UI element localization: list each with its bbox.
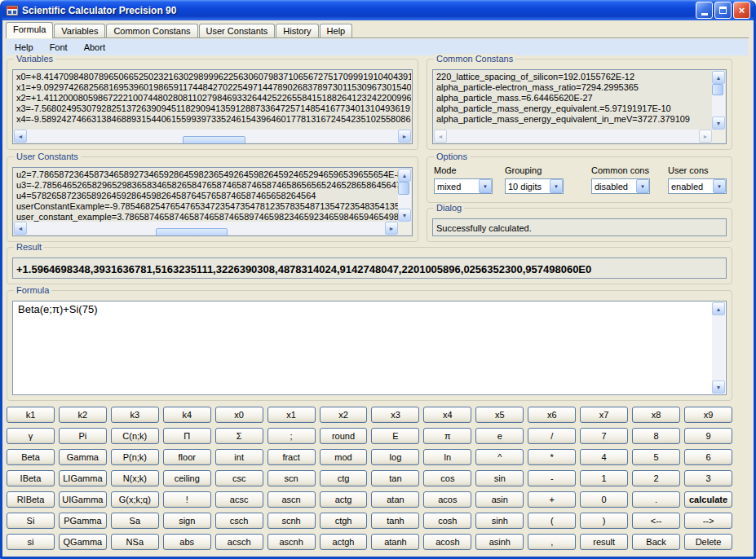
key-ctg[interactable]: ctg <box>320 470 368 486</box>
key-x9[interactable]: x9 <box>684 407 732 423</box>
scroll-down-icon[interactable]: ▼ <box>398 209 411 222</box>
option-grouping-combobox[interactable]: 10 digits▼ <box>505 178 564 194</box>
dropdown-arrow-icon[interactable]: ▼ <box>636 179 649 193</box>
close-button[interactable]: × <box>733 2 750 19</box>
key-add[interactable]: + <box>528 491 576 508</box>
scrollbar-thumb[interactable] <box>183 136 245 144</box>
key-log[interactable]: log <box>371 449 419 465</box>
key-ligamma[interactable]: LIGamma <box>59 470 107 486</box>
key-x2[interactable]: x2 <box>320 407 368 423</box>
scroll-up-icon[interactable]: ▲ <box>712 302 725 315</box>
key-csc[interactable]: csc <box>215 470 263 486</box>
key-sinh[interactable]: sinh <box>475 513 524 529</box>
variables-textbox[interactable]: x0=+8.4147098480789650665250232163029899… <box>12 69 413 144</box>
key-int[interactable]: int <box>215 449 263 465</box>
formula-textbox[interactable]: Beta(e;π)+Si(75) ▲ ▼ <box>12 301 727 395</box>
key-1[interactable]: 1 <box>580 470 628 486</box>
common-constants-vscrollbar[interactable]: ▲ ▼ <box>712 71 725 130</box>
scroll-left-icon[interactable]: ◄ <box>14 222 27 235</box>
tab-help[interactable]: Help <box>320 24 353 37</box>
key-si[interactable]: Si <box>7 513 55 529</box>
key-c-n-k[interactable]: C(n;k) <box>111 428 159 444</box>
key-decimal-point[interactable]: . <box>632 491 680 508</box>
key-factorial[interactable]: ! <box>163 491 211 508</box>
key-acsch[interactable]: acsch <box>215 534 263 550</box>
key-scn[interactable]: scn <box>267 470 316 486</box>
key-power[interactable]: ^ <box>475 449 524 465</box>
key-open-paren[interactable]: ( <box>528 513 576 529</box>
tab-common-constans[interactable]: Common Constans <box>106 24 197 37</box>
key-8[interactable]: 8 <box>632 428 680 444</box>
key-x7[interactable]: x7 <box>580 407 628 423</box>
key-divide[interactable]: / <box>528 428 576 444</box>
scroll-up-icon[interactable]: ▲ <box>398 169 411 182</box>
key-arrow-left[interactable]: <-- <box>632 513 680 529</box>
key-cosh[interactable]: cosh <box>423 513 471 529</box>
key-gamma[interactable]: Gamma <box>59 449 107 465</box>
key-x3[interactable]: x3 <box>371 407 419 423</box>
key-comma[interactable]: , <box>528 534 576 550</box>
scroll-left-icon[interactable]: ◄ <box>14 130 27 143</box>
tab-history[interactable]: History <box>276 24 318 37</box>
key-delete[interactable]: Delete <box>684 534 732 550</box>
key-k3[interactable]: k3 <box>111 407 159 423</box>
scrollbar-track[interactable] <box>712 84 725 117</box>
tab-variables[interactable]: Variables <box>54 24 105 37</box>
key-atan[interactable]: atan <box>371 491 419 508</box>
key-csch[interactable]: csch <box>215 513 263 529</box>
key-asin[interactable]: asin <box>475 491 524 508</box>
formula-input[interactable]: Beta(e;π)+Si(75) <box>14 302 712 394</box>
key-actgh[interactable]: actgh <box>320 534 368 550</box>
key-x6[interactable]: x6 <box>528 407 576 423</box>
key-sign[interactable]: sign <box>163 513 211 529</box>
scrollbar-thumb[interactable] <box>156 228 228 236</box>
dropdown-arrow-icon[interactable]: ▼ <box>479 179 492 193</box>
key-uigamma[interactable]: UIGamma <box>59 491 107 508</box>
key-semicolon[interactable]: ; <box>267 428 316 444</box>
user-constants-vscrollbar[interactable]: ▲ ▼ <box>398 169 411 222</box>
key-ibeta[interactable]: IBeta <box>7 470 55 486</box>
scroll-right-icon[interactable]: ► <box>699 130 712 143</box>
key-floor[interactable]: floor <box>163 449 211 465</box>
scroll-down-icon[interactable]: ▼ <box>712 117 725 130</box>
key-nsa[interactable]: NSa <box>111 534 159 550</box>
key-x8[interactable]: x8 <box>632 407 680 423</box>
key-result[interactable]: result <box>580 534 628 550</box>
option-mode-combobox[interactable]: mixed▼ <box>434 178 493 194</box>
common-constants-textbox[interactable]: 220_lattice_spacing_of_silicon=192.01557… <box>432 69 727 144</box>
key-e[interactable]: E <box>371 428 419 444</box>
tab-user-constants[interactable]: User Constants <box>199 24 276 37</box>
key-product-pi[interactable]: Π <box>163 428 211 444</box>
key-multiply[interactable]: * <box>528 449 576 465</box>
key-ln[interactable]: ln <box>423 449 471 465</box>
key-pi[interactable]: π <box>423 428 471 444</box>
key-sa[interactable]: Sa <box>111 513 159 529</box>
key-fract[interactable]: fract <box>267 449 316 465</box>
key-3[interactable]: 3 <box>684 470 732 486</box>
scrollbar-track[interactable] <box>398 182 411 209</box>
dropdown-arrow-icon[interactable]: ▼ <box>550 179 563 193</box>
key-sigma-sum[interactable]: Σ <box>215 428 263 444</box>
option-user-cons-combobox[interactable]: enabled▼ <box>668 178 727 194</box>
key-mod[interactable]: mod <box>320 449 368 465</box>
key-2[interactable]: 2 <box>632 470 680 486</box>
key-beta[interactable]: Beta <box>7 449 55 465</box>
key-tanh[interactable]: tanh <box>371 513 419 529</box>
key-0[interactable]: 0 <box>580 491 628 508</box>
key-ascn[interactable]: ascn <box>267 491 316 508</box>
key-p-n-k[interactable]: P(n;k) <box>111 449 159 465</box>
key-cos[interactable]: cos <box>423 470 471 486</box>
menu-font[interactable]: Font <box>42 40 76 55</box>
formula-vscrollbar[interactable]: ▲ ▼ <box>712 302 725 394</box>
key-sin[interactable]: sin <box>475 470 524 486</box>
key-g-x-k-q[interactable]: G(x;k;q) <box>111 491 159 508</box>
menu-abort[interactable]: Abort <box>76 40 113 55</box>
scrollbar-thumb[interactable] <box>398 182 409 195</box>
scroll-up-icon[interactable]: ▲ <box>712 71 725 84</box>
key-acosh[interactable]: acosh <box>423 534 471 550</box>
user-constants-hscrollbar[interactable]: ◄ ► <box>14 222 398 235</box>
key-ribeta[interactable]: RIBeta <box>7 491 55 508</box>
key-ascnh[interactable]: ascnh <box>267 534 316 550</box>
key-e[interactable]: e <box>475 428 524 444</box>
key-4[interactable]: 4 <box>580 449 628 465</box>
